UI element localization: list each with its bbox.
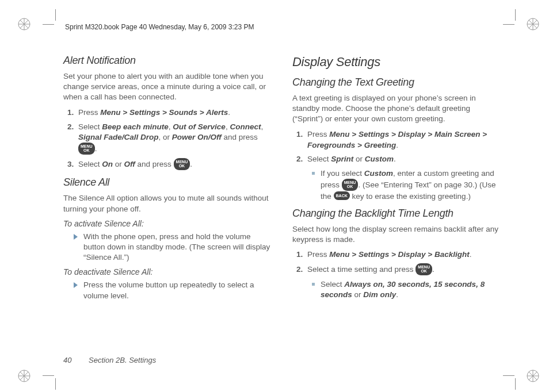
menu-ok-key-icon: MENUOK: [174, 158, 190, 170]
backlight-sub-bullet: Select Always on, 30 seconds, 15 seconds…: [312, 279, 501, 300]
heading-backlight: Changing the Backlight Time Length: [292, 207, 501, 220]
silence-body: The Silence All option allows you to mut…: [63, 193, 272, 214]
silence-activate-bullet: With the phone open, press and hold the …: [74, 232, 272, 263]
silence-deactivate-heading: To deactivate Silence All:: [63, 267, 272, 276]
crop-mark: [43, 24, 54, 25]
triangle-bullet-icon: [74, 282, 78, 288]
crop-mark: [55, 378, 56, 390]
crop-star-icon: [17, 369, 31, 383]
crop-mark: [503, 24, 514, 25]
left-column: Alert Notification Set your phone to ale…: [63, 55, 272, 305]
heading-alert-notification: Alert Notification: [63, 55, 272, 67]
crop-mark: [515, 378, 516, 390]
page-number: 40: [63, 356, 71, 364]
crop-mark: [515, 9, 516, 21]
alert-body: Set your phone to alert you with an audi…: [63, 71, 272, 103]
section-label: Section 2B. Settings: [89, 356, 156, 364]
greeting-sub-bullet: If you select Custom, enter a custom gre…: [312, 168, 501, 201]
backlight-step-1: Press Menu > Settings > Display > Backli…: [305, 249, 501, 260]
triangle-bullet-icon: [74, 234, 78, 240]
backlight-body: Select how long the display screen remai…: [292, 224, 501, 245]
alert-step-2: Select Beep each minute, Out of Service,…: [76, 122, 272, 156]
greeting-body: A text greeting is displayed on your pho…: [292, 93, 501, 125]
square-bullet-icon: [312, 283, 315, 286]
crop-star-icon: [526, 369, 540, 383]
crop-mark: [55, 9, 56, 21]
silence-activate-heading: To activate Silence All:: [63, 219, 272, 228]
heading-silence-all: Silence All: [63, 176, 272, 189]
menu-ok-key-icon: MENUOK: [342, 179, 359, 191]
framemaker-tag: Sprint M320.book Page 40 Wednesday, May …: [65, 23, 254, 31]
greeting-step-2: Select Sprint or Custom.: [305, 154, 501, 165]
alert-step-1: Press Menu > Settings > Sounds > Alerts.: [76, 107, 272, 118]
heading-display-settings: Display Settings: [292, 55, 501, 70]
menu-ok-key-icon: MENUOK: [78, 143, 95, 155]
back-key-icon: BACK: [334, 191, 350, 200]
crop-mark: [43, 375, 54, 376]
square-bullet-icon: [312, 172, 315, 175]
crop-mark: [503, 375, 514, 376]
page-footer: 40 Section 2B. Settings: [63, 356, 156, 364]
alert-step-3: Select On or Off and press MENUOK.: [76, 159, 272, 171]
backlight-step-2: Select a time setting and press MENUOK.: [305, 264, 501, 276]
right-column: Display Settings Changing the Text Greet…: [292, 55, 501, 305]
crop-star-icon: [526, 17, 540, 31]
menu-ok-key-icon: MENUOK: [415, 263, 432, 275]
silence-deactivate-bullet: Press the volume button up repeatedly to…: [74, 280, 272, 301]
heading-text-greeting: Changing the Text Greeting: [292, 76, 501, 89]
crop-star-icon: [17, 17, 31, 31]
greeting-step-1: Press Menu > Settings > Display > Main S…: [305, 129, 501, 151]
